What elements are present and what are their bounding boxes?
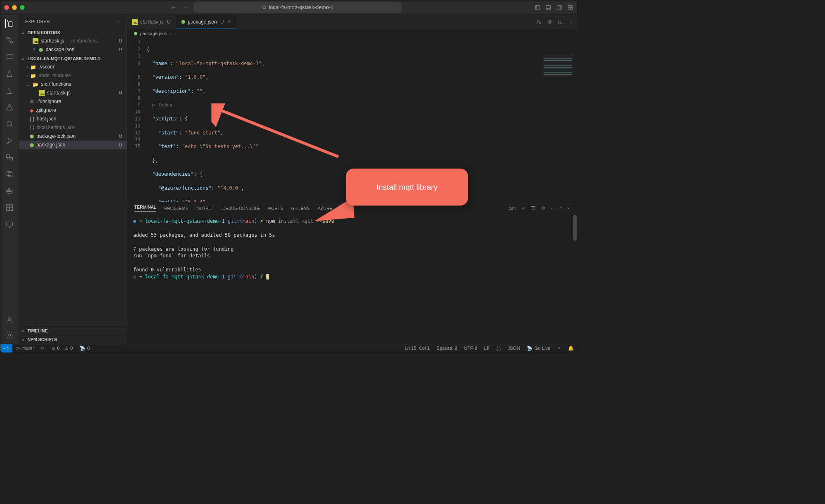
tab-starttask[interactable]: JSstarttask.jsU <box>127 15 176 29</box>
panel-tab-ports[interactable]: PORTS <box>268 206 283 211</box>
language-status[interactable]: JSON <box>504 346 523 351</box>
chat-tab-icon[interactable] <box>5 52 14 61</box>
close-icon[interactable]: × <box>33 47 35 52</box>
terminal-shell[interactable]: zsh <box>509 206 516 211</box>
panel-tab-output[interactable]: OUTPUT <box>196 206 214 211</box>
tree-file[interactable]: 🗎.funcignore <box>19 97 127 106</box>
debug-codelens[interactable]: ▷ Debug <box>152 101 172 108</box>
explorer-more-icon[interactable]: ··· <box>116 19 120 24</box>
sidebar: EXPLORER ··· ⌄OPEN EDITORS JSstarttask.j… <box>19 15 127 344</box>
remote-indicator[interactable] <box>0 344 12 353</box>
tree-folder-open[interactable]: ⌄📂src / functions <box>19 80 127 89</box>
ports-count: 0 <box>87 346 90 351</box>
svg-rect-23 <box>6 205 9 207</box>
open-editor-item[interactable]: ×⬢package.jsonU <box>19 45 127 54</box>
cursor-position[interactable]: Ln 15, Col 1 <box>401 346 433 351</box>
tab-u: U <box>167 19 171 25</box>
azure-tab-icon[interactable] <box>5 69 14 78</box>
close-icon[interactable]: × <box>228 19 231 25</box>
ports-status[interactable]: 📡0 <box>76 346 93 351</box>
layout-secondary-icon[interactable] <box>556 5 562 10</box>
breadcrumb[interactable]: ⬢ package.json › ... <box>127 29 577 38</box>
gitlens-tab-icon[interactable] <box>5 35 14 45</box>
breadcrumb-file: package.json <box>140 31 167 36</box>
brackets-status[interactable]: { } <box>493 346 504 351</box>
more-tab-icon[interactable]: ··· <box>5 236 14 245</box>
eol-status[interactable]: LF <box>481 346 493 351</box>
layout-primary-icon[interactable] <box>535 5 540 10</box>
tree-file[interactable]: JSstarttask.jsU <box>19 89 127 97</box>
spaces-status[interactable]: Spaces: 2 <box>433 346 461 351</box>
nav-arrows <box>171 5 188 10</box>
remote-explorer-icon[interactable] <box>5 220 14 229</box>
golive-button[interactable]: 📡Go Live <box>523 346 554 351</box>
terminal-new-icon[interactable]: ＋ <box>521 205 526 211</box>
more-icon[interactable]: ··· <box>569 19 573 25</box>
svg-rect-8 <box>570 5 573 7</box>
preview-icon[interactable] <box>547 19 553 25</box>
terminal-scrollbar[interactable] <box>573 215 577 241</box>
sidebar-header: EXPLORER ··· <box>19 15 127 28</box>
open-editors-header[interactable]: ⌄OPEN EDITORS <box>19 28 127 37</box>
maximize-window-button[interactable] <box>20 5 24 9</box>
terminal-split-icon[interactable] <box>530 205 536 211</box>
sync-button[interactable]: ⟳ <box>38 346 48 351</box>
azure-resources-icon[interactable] <box>5 86 14 95</box>
encoding-status[interactable]: UTF-8 <box>461 346 481 351</box>
file-label: .gitignore <box>36 107 56 113</box>
folder-icon: 📁 <box>30 73 36 79</box>
tree-folder[interactable]: ›📁.vscode <box>19 63 127 71</box>
traffic-lights <box>5 5 25 9</box>
run-tab-icon[interactable] <box>5 136 14 145</box>
layout-bottom-icon[interactable] <box>545 5 551 10</box>
tab-package-json[interactable]: ⬢package.jsonU× <box>176 15 236 29</box>
azure-functions-icon[interactable] <box>5 103 14 112</box>
extensions-tab-icon[interactable] <box>5 203 14 212</box>
minimize-window-button[interactable] <box>12 5 16 9</box>
search-tab-icon[interactable] <box>5 119 14 128</box>
svg-point-29 <box>8 334 10 336</box>
problems-status[interactable]: ⊘0 ⚠0 <box>48 346 76 351</box>
svg-rect-9 <box>568 7 570 9</box>
panel-tab-problems[interactable]: PROBLEMS <box>164 206 188 211</box>
panel-tab-gitlens[interactable]: GITLENS <box>291 206 310 211</box>
panel-tab-debug[interactable]: DEBUG CONSOLE <box>222 206 260 211</box>
scm-branch[interactable]: main* <box>12 346 38 351</box>
open-editor-item[interactable]: JSstarttask.js src/functionsU <box>19 37 127 45</box>
docker-tab-icon[interactable] <box>5 186 14 195</box>
tree-file[interactable]: ◆.gitignore <box>19 106 127 115</box>
tree-file[interactable]: ⬢package-lock.jsonU <box>19 132 127 141</box>
terminal-kill-icon[interactable] <box>541 205 546 211</box>
badge: U <box>119 142 122 148</box>
timeline-header[interactable]: ›TIMELINE <box>19 327 127 335</box>
npm-scripts-header[interactable]: ›NPM SCRIPTS <box>19 335 127 344</box>
layout-customize-icon[interactable] <box>568 5 573 10</box>
workspace-header[interactable]: ⌄LOCAL-FA-MQTT-QSTASK-DEMO-1 <box>19 54 127 63</box>
nav-back-icon[interactable] <box>171 5 177 10</box>
terminal-more-icon[interactable]: ··· <box>551 206 555 211</box>
prettier-status[interactable]: ✓ <box>554 346 565 351</box>
command-center[interactable]: local-fa-mqtt-qstask-demo-1 <box>194 2 402 12</box>
gutter: 123456789101112131415 <box>127 38 146 150</box>
tree-folder[interactable]: ›📁node_modules <box>19 71 127 80</box>
panel-maximize-icon[interactable]: ^ <box>560 206 562 211</box>
tree-file[interactable]: ⬢package.jsonU <box>19 141 127 149</box>
tree-file[interactable]: { }local.settings.json <box>19 123 127 132</box>
copy-tab-icon[interactable] <box>5 170 14 179</box>
settings-icon[interactable] <box>5 331 14 340</box>
remote-tab-icon[interactable] <box>5 153 14 162</box>
explorer-title: EXPLORER <box>25 19 50 24</box>
compare-icon[interactable] <box>536 19 542 25</box>
panel-tab-terminal[interactable]: TERMINAL <box>134 205 156 212</box>
close-window-button[interactable] <box>5 5 9 9</box>
split-icon[interactable] <box>558 19 563 25</box>
js-icon: JS <box>132 19 138 25</box>
terminal[interactable]: ● ➜ local-fa-mqtt-qstask-demo-1 git:(mai… <box>127 214 577 344</box>
tree-file[interactable]: { }host.json <box>19 115 127 123</box>
account-icon[interactable] <box>5 315 14 324</box>
nav-forward-icon[interactable] <box>182 5 188 10</box>
explorer-tab-icon[interactable] <box>5 19 14 28</box>
minimap[interactable] <box>542 54 574 77</box>
panel-close-icon[interactable]: × <box>567 206 570 211</box>
notifications-button[interactable]: 🔔 <box>565 346 578 351</box>
